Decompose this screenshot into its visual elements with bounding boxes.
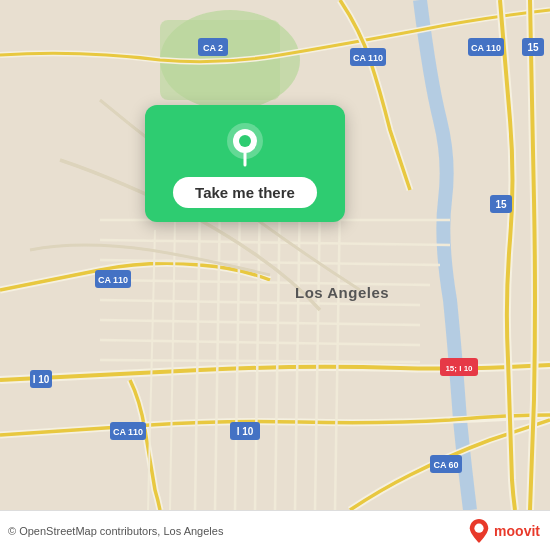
moovit-brand-text: moovit <box>494 523 540 539</box>
svg-text:CA 110: CA 110 <box>471 43 501 53</box>
bottom-bar: © OpenStreetMap contributors, Los Angele… <box>0 510 550 550</box>
copyright-symbol: © OpenStreetMap contributors, <box>8 525 160 537</box>
svg-point-47 <box>474 523 483 532</box>
location-card: Take me there <box>145 105 345 222</box>
svg-text:CA 110: CA 110 <box>353 53 383 63</box>
svg-point-46 <box>239 135 251 147</box>
svg-text:15: 15 <box>495 199 507 210</box>
moovit-logo: moovit <box>469 519 540 543</box>
svg-text:15; I 10: 15; I 10 <box>445 364 473 373</box>
take-me-there-button[interactable]: Take me there <box>173 177 317 208</box>
moovit-pin-icon <box>469 519 489 543</box>
attribution-text: © OpenStreetMap contributors, Los Angele… <box>8 525 469 537</box>
svg-text:CA 110: CA 110 <box>113 427 143 437</box>
svg-text:I 10: I 10 <box>237 426 254 437</box>
map-container: CA 2 CA 110 CA 110 15 15 CA 110 I 10 CA … <box>0 0 550 510</box>
svg-text:CA 110: CA 110 <box>98 275 128 285</box>
map-svg: CA 2 CA 110 CA 110 15 15 CA 110 I 10 CA … <box>0 0 550 510</box>
svg-text:Los Angeles: Los Angeles <box>295 284 389 301</box>
svg-text:15: 15 <box>527 42 539 53</box>
svg-text:CA 2: CA 2 <box>203 43 223 53</box>
location-pin-icon <box>223 123 267 167</box>
svg-text:I 10: I 10 <box>33 374 50 385</box>
svg-text:CA 60: CA 60 <box>433 460 458 470</box>
city-label: Los Angeles <box>163 525 223 537</box>
